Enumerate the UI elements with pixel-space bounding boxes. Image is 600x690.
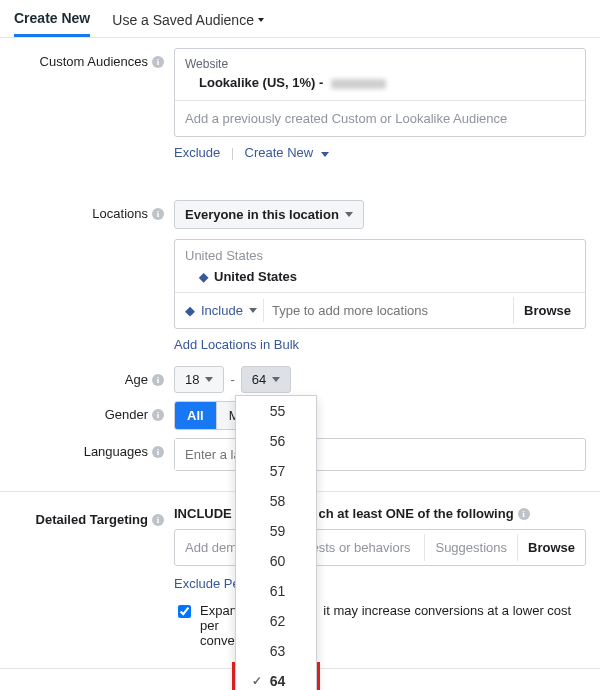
info-icon[interactable]: i <box>152 374 164 386</box>
redacted-name <box>331 79 386 89</box>
age-option[interactable]: 63 <box>236 636 316 666</box>
age-option[interactable]: 58 <box>236 486 316 516</box>
expand-targeting-checkbox[interactable] <box>178 605 191 618</box>
tab-saved-audience[interactable]: Use a Saved Audience <box>112 2 264 36</box>
age-row: Age i 18 - 64 <box>0 362 600 397</box>
region-header: United States <box>175 240 585 263</box>
map-pin-icon: ◆ <box>199 270 208 284</box>
age-option[interactable]: ✓64 <box>236 666 316 679</box>
custom-audiences-box: Website Lookalike (US, 1%) - Add a previ… <box>174 48 586 137</box>
add-audience-input[interactable]: Add a previously created Custom or Looka… <box>175 100 585 136</box>
age-option[interactable]: 61 <box>236 576 316 606</box>
chevron-down-icon <box>321 152 329 157</box>
include-dropdown[interactable]: ◆ Include <box>179 299 264 322</box>
age-option[interactable]: 59 <box>236 516 316 546</box>
info-icon[interactable]: i <box>152 446 164 458</box>
chevron-down-icon <box>249 308 257 313</box>
info-icon[interactable]: i <box>518 508 530 520</box>
age-option[interactable]: 56 <box>236 426 316 456</box>
age-option[interactable]: 60 <box>236 546 316 576</box>
locations-label: Locations i <box>14 200 174 352</box>
check-icon: ✓ <box>252 674 264 679</box>
gender-label: Gender i <box>14 401 174 430</box>
age-max-dropdown[interactable]: 64 <box>241 366 291 393</box>
age-min-dropdown[interactable]: 18 <box>174 366 224 393</box>
exclude-link[interactable]: Exclude <box>174 145 220 160</box>
age-max-options-list[interactable]: 555657585960616263✓6465+ <box>235 395 317 679</box>
detailed-targeting-label: Detailed Targeting i <box>14 506 174 648</box>
suggestions-button[interactable]: Suggestions <box>424 534 517 561</box>
audience-source: Website <box>185 57 575 71</box>
browse-locations-button[interactable]: Browse <box>513 297 581 324</box>
custom-audiences-row: Custom Audiences i Website Lookalike (US… <box>0 38 600 170</box>
info-icon[interactable]: i <box>152 56 164 68</box>
info-icon[interactable]: i <box>152 514 164 526</box>
custom-audiences-label: Custom Audiences i <box>14 48 174 160</box>
lookalike-audience-item[interactable]: Lookalike (US, 1%) - <box>185 71 575 92</box>
country-item[interactable]: ◆ United States <box>175 263 585 292</box>
gender-all-button[interactable]: All <box>175 402 217 429</box>
age-option[interactable]: 55 <box>236 396 316 426</box>
create-new-link[interactable]: Create New <box>245 145 329 160</box>
locations-box: United States ◆ United States ◆ Include … <box>174 239 586 329</box>
chevron-down-icon <box>258 18 264 22</box>
age-option[interactable]: 62 <box>236 606 316 636</box>
location-input[interactable] <box>264 297 513 324</box>
add-locations-bulk-link[interactable]: Add Locations in Bulk <box>174 337 299 352</box>
chevron-down-icon <box>205 377 213 382</box>
separator <box>232 148 233 160</box>
age-label: Age i <box>14 366 174 393</box>
info-icon[interactable]: i <box>152 208 164 220</box>
languages-label: Languages i <box>14 438 174 471</box>
tab-saved-audience-label: Use a Saved Audience <box>112 12 254 28</box>
include-heading: INCLUDE pe ch at least ONE of the follow… <box>174 506 530 521</box>
age-option[interactable]: 57 <box>236 456 316 486</box>
chevron-down-icon <box>272 377 280 382</box>
audience-tabs: Create New Use a Saved Audience <box>0 0 600 38</box>
location-scope-dropdown[interactable]: Everyone in this location <box>174 200 364 229</box>
locations-row: Locations i Everyone in this location Un… <box>0 170 600 362</box>
chevron-down-icon <box>345 212 353 217</box>
info-icon[interactable]: i <box>152 409 164 421</box>
browse-detailed-button[interactable]: Browse <box>517 534 585 561</box>
tab-create-new[interactable]: Create New <box>14 0 90 37</box>
